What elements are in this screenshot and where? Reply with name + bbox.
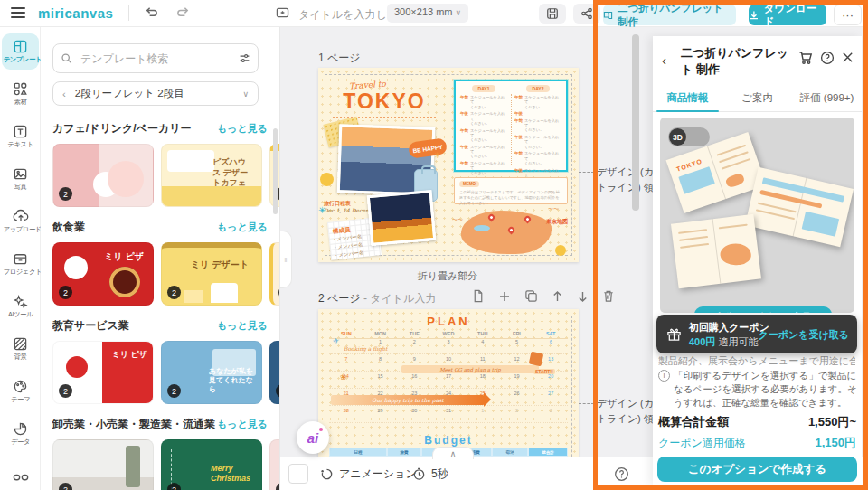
page-count-badge: 2: [167, 384, 181, 398]
delete-page-icon[interactable]: [602, 289, 615, 303]
undo-icon[interactable]: [145, 5, 158, 18]
pamphlet-icon: [603, 10, 613, 21]
template-thumbnail[interactable]: Merry Christmas2: [161, 439, 262, 490]
template-thumbnail[interactable]: 2: [52, 144, 154, 207]
elements-icon: [2, 80, 39, 97]
tokyo-map-art[interactable]: [461, 211, 552, 254]
template-thumbnail[interactable]: 2: [52, 439, 154, 490]
suitcase-icon: [529, 352, 544, 367]
animation-icon: [320, 467, 334, 481]
page1-title-text[interactable]: TOKYO: [331, 90, 438, 114]
schedule-slot: 午前スケジュールを入れて ください。: [512, 95, 564, 109]
product-tab[interactable]: 評価 (999+): [792, 85, 862, 111]
page-thumbnail[interactable]: [288, 464, 308, 484]
template-search-box: [52, 43, 259, 73]
timer-icon: [412, 467, 426, 481]
hamburger-menu-icon[interactable]: [11, 7, 25, 19]
sidebar-item-template[interactable]: テンプレート: [2, 33, 39, 70]
help-circle-icon[interactable]: [820, 51, 835, 65]
product-tab[interactable]: 商品情報: [653, 85, 722, 111]
more-options-button[interactable]: ···: [834, 5, 862, 25]
sidebar-item-theme[interactable]: テーマ: [2, 373, 39, 410]
expand-pages-tab[interactable]: ∧: [432, 447, 474, 459]
page-count-badge: 2: [167, 187, 181, 201]
download-button[interactable]: ダウンロード: [749, 5, 826, 25]
design-experience-tooltip: 自分のデザインで商品を色々体験してみてください!: [694, 306, 832, 313]
sidebar-item-upload[interactable]: アップロード: [2, 203, 39, 240]
night-photo[interactable]: [367, 190, 437, 246]
canvas-scrollbar[interactable]: [632, 34, 639, 211]
make-pamphlet-button[interactable]: 二つ折りパンフレット 制作: [603, 5, 736, 25]
duration-button[interactable]: 5秒: [412, 457, 448, 490]
close-icon[interactable]: [841, 51, 854, 64]
sidebar-item-elements[interactable]: 素材: [2, 76, 39, 112]
members-list: ・メンバー名・メンバー名・メンバー名: [332, 232, 364, 259]
claim-coupon-link[interactable]: クーポンを受け取る: [758, 328, 849, 342]
map-label[interactable]: 東京地図: [546, 218, 568, 226]
panel-collapse-handle[interactable]: ‖: [280, 231, 292, 288]
ai-assistant-button[interactable]: ai: [297, 421, 329, 454]
template-thumbnail[interactable]: ピズハウス デザートカフェ2: [161, 144, 262, 207]
animation-button[interactable]: アニメーション: [320, 457, 417, 490]
duplicate-page-icon[interactable]: [524, 289, 538, 303]
product-tab[interactable]: ご案内: [722, 85, 792, 111]
redo-icon[interactable]: [176, 5, 190, 18]
filter-icon[interactable]: [231, 52, 250, 64]
template-thumbnail[interactable]: 2: [269, 341, 279, 404]
search-input[interactable]: [79, 52, 224, 66]
help-button[interactable]: [613, 466, 629, 482]
memo-pill: MEMO: [459, 181, 479, 187]
sun-art: [555, 245, 566, 256]
add-page-icon[interactable]: [498, 290, 511, 303]
template-thumbnail[interactable]: 2: [269, 242, 279, 306]
fold-section-label: 折り畳み部分: [389, 269, 506, 283]
memo-box[interactable]: MEMO この部分はフリーテキストです。ボディアイコンの間を補足するために記載し…: [454, 177, 568, 204]
canvas-size-dropdown[interactable]: 300×213 mm ∨: [387, 4, 468, 23]
sidebar-item-text[interactable]: テキスト: [2, 118, 39, 155]
save-button[interactable]: [539, 4, 566, 24]
page2-title-input[interactable]: タイトル入力: [370, 292, 436, 305]
page1-artboard[interactable]: Travel to TOKYO BE HAPPY ✳ ✳ 旅行日程表 Dec 1…: [318, 68, 579, 262]
template-thumbnail[interactable]: 2: [269, 439, 279, 490]
template-thumbnail[interactable]: ミリ ピザ2: [52, 341, 154, 404]
create-with-option-button[interactable]: このオプションで作成する: [657, 457, 857, 482]
page1-label: 1 ページ: [318, 51, 361, 66]
product-panel: ‹ 二つ折りパンフレット 制作 商品情報ご案内評価 (999+) TOKYO: [653, 36, 862, 485]
sidebar-item-data[interactable]: データ: [2, 416, 39, 452]
sidebar-item-background[interactable]: 背景: [2, 331, 39, 367]
template-thumbnail[interactable]: ミリ デザート2: [161, 242, 262, 306]
template-thumbnail[interactable]: あなたが私を見てくれたなら2: [161, 341, 262, 404]
share-button[interactable]: [573, 4, 600, 24]
sidebar-item-project[interactable]: プロジェクト: [2, 246, 39, 282]
move-up-icon[interactable]: [552, 290, 563, 303]
new-page-icon[interactable]: [472, 289, 485, 303]
template-section: 飲食業もっと見るミリ ピザ2ミリ デザート22: [41, 220, 279, 306]
budget-title[interactable]: Budget: [318, 434, 579, 447]
category-dropdown[interactable]: ‹ 2段リーフレット 2段目 ∨: [52, 81, 259, 106]
fold-line-ext: [448, 54, 448, 68]
library-scrollbar[interactable]: [273, 128, 278, 214]
schedule-slot: 午前スケジュールを入れて ください。: [458, 95, 510, 109]
miricanvas-app: miricanvas タイトルを入力してく... 300×213 mm ∨ 二つ…: [0, 0, 868, 490]
background-icon: [2, 335, 39, 352]
back-icon[interactable]: ‹: [662, 52, 666, 68]
links-icon: [2, 469, 39, 485]
day-schedule-box-selected[interactable]: DAY1 午前スケジュールを入れて ください。午後スケジュールを入れて ください…: [454, 80, 568, 172]
plan-title[interactable]: PLAN: [318, 315, 579, 328]
page2-header: 2 ページ - タイトル入力: [318, 291, 436, 306]
see-more-link[interactable]: もっと見る: [217, 221, 268, 234]
see-more-link[interactable]: もっと見る: [217, 319, 268, 333]
see-more-link[interactable]: もっと見る: [217, 122, 268, 136]
template-thumbnail[interactable]: ミリ ピザ2: [52, 242, 154, 306]
move-to-folder-icon[interactable]: [276, 6, 289, 19]
page2-label: 2 ページ: [318, 292, 361, 305]
3d-toggle[interactable]: 3D: [668, 127, 710, 146]
page2-toolbar: [472, 289, 615, 303]
sidebar-item-photo[interactable]: 写真: [2, 161, 39, 197]
page-count-badge: 2: [276, 483, 279, 490]
see-more-link[interactable]: もっと見る: [217, 418, 268, 431]
sidebar-item-ai-tools[interactable]: AIツール: [2, 288, 39, 325]
sidebar-item-links[interactable]: [2, 465, 39, 490]
move-down-icon[interactable]: [577, 290, 589, 303]
cart-icon[interactable]: [798, 51, 813, 65]
